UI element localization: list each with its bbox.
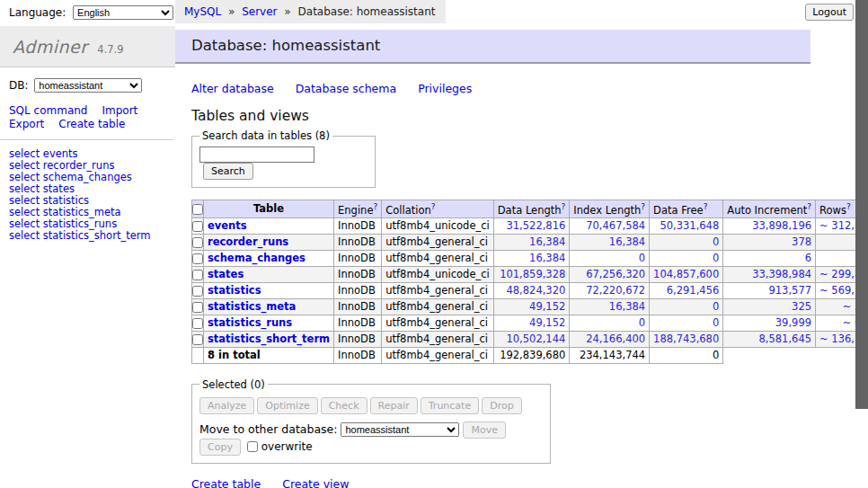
tables-heading: Tables and views xyxy=(191,108,810,124)
logout-button[interactable]: Logout xyxy=(805,4,854,21)
tables-grid: TableEngine?Collation?Data Length?Index … xyxy=(191,200,868,364)
overwrite-label: overwrite xyxy=(247,440,313,453)
alter-database-link[interactable]: Alter database xyxy=(191,82,274,95)
breadcrumb-link-mysql[interactable]: MySQL xyxy=(184,5,221,18)
sidebar-link-sql-command[interactable]: SQL command xyxy=(9,104,87,117)
table-link[interactable]: statistics_runs xyxy=(208,316,292,329)
create-links-row: Create tableCreate view xyxy=(191,477,810,488)
table-link[interactable]: statistics xyxy=(208,284,261,297)
truncate-button[interactable]: Truncate xyxy=(421,397,479,414)
data-free-value[interactable]: 0 xyxy=(713,316,719,329)
data-length-value[interactable]: 16,384 xyxy=(529,235,565,248)
check-button[interactable]: Check xyxy=(321,397,368,414)
data-free-value[interactable]: 104,857,600 xyxy=(653,268,719,280)
column-help-link[interactable]: ? xyxy=(704,202,708,211)
column-help-link[interactable]: ? xyxy=(562,202,566,211)
auto-increment-value[interactable]: 39,999 xyxy=(775,316,811,329)
row-checkbox[interactable] xyxy=(192,270,203,280)
auto-increment-cell: 325 xyxy=(723,298,816,315)
table-link[interactable]: recorder_runs xyxy=(208,235,288,248)
index-length-value[interactable]: 72,220,672 xyxy=(586,284,645,297)
row-checkbox[interactable] xyxy=(192,286,203,297)
table-name-cell: states xyxy=(204,266,334,282)
sidebar-link-export[interactable]: Export xyxy=(9,118,44,130)
auto-increment-value[interactable]: 913,577 xyxy=(768,284,811,297)
data-length-value[interactable]: 16,384 xyxy=(529,252,565,264)
row-checkbox[interactable] xyxy=(192,237,203,248)
search-button[interactable]: Search xyxy=(203,163,253,180)
index-length-value[interactable]: 0 xyxy=(639,316,645,329)
select-all-checkbox[interactable] xyxy=(192,204,203,215)
row-checkbox[interactable] xyxy=(192,318,203,329)
column-help-link[interactable]: ? xyxy=(431,202,436,211)
table-link[interactable]: schema_changes xyxy=(208,252,306,264)
drop-button[interactable]: Drop xyxy=(482,397,521,414)
index-length-value[interactable]: 16,384 xyxy=(609,300,645,313)
row-checkbox[interactable] xyxy=(192,253,203,264)
data-free-value[interactable]: 0 xyxy=(713,252,719,264)
adminer-page: Language: English Adminer 4.7.9 DB: home… xyxy=(0,0,868,488)
table-link[interactable]: statistics_meta xyxy=(208,300,296,313)
auto-increment-value[interactable]: 33,898,196 xyxy=(752,219,811,232)
auto-increment-value[interactable]: 33,398,984 xyxy=(752,268,811,280)
optimize-button[interactable]: Optimize xyxy=(257,397,317,414)
scrollbar-thumb[interactable] xyxy=(855,0,868,409)
data-free-value[interactable]: 50,331,648 xyxy=(660,219,719,232)
data-length-cell: 16,384 xyxy=(493,250,570,266)
repair-button[interactable]: Repair xyxy=(370,397,418,414)
analyze-button[interactable]: Analyze xyxy=(199,397,254,414)
breadcrumb-separator: » xyxy=(225,5,238,18)
column-help-link[interactable]: ? xyxy=(641,202,645,211)
create-view-link[interactable]: Create view xyxy=(282,477,349,488)
data-free-value[interactable]: 188,743,680 xyxy=(653,333,719,345)
privileges-link[interactable]: Privileges xyxy=(418,82,472,95)
auto-increment-value[interactable]: 378 xyxy=(792,235,811,248)
data-length-value[interactable]: 49,152 xyxy=(529,300,565,313)
page-title: Database: homeassistant xyxy=(175,30,810,64)
data-length-value[interactable]: 101,859,328 xyxy=(500,268,565,280)
search-legend: Search data in tables (8) xyxy=(199,129,332,142)
index-length-value[interactable]: 70,467,584 xyxy=(586,219,645,232)
data-length-value[interactable]: 31,522,816 xyxy=(506,219,565,232)
db-select[interactable]: homeassistant xyxy=(34,78,142,93)
move-button[interactable]: Move xyxy=(463,421,506,439)
language-select[interactable]: English xyxy=(73,5,173,20)
row-checkbox[interactable] xyxy=(192,302,203,313)
data-length-value[interactable]: 10,502,144 xyxy=(506,333,565,345)
auto-increment-value[interactable]: 8,581,645 xyxy=(759,333,812,345)
row-checkbox[interactable] xyxy=(192,334,203,345)
table-link[interactable]: statistics_short_term xyxy=(208,333,330,345)
index-length-value[interactable]: 16,384 xyxy=(609,235,645,248)
index-length-value[interactable]: 0 xyxy=(639,252,645,264)
data-free-value[interactable]: 6,291,456 xyxy=(667,284,720,297)
move-db-select[interactable]: homeassistant xyxy=(341,422,459,437)
create-table-link[interactable]: Create table xyxy=(191,477,261,488)
sidebar-select-link[interactable]: select statistics_short_term xyxy=(9,230,175,242)
column-header-engine: Engine? xyxy=(334,200,382,218)
column-header-label: Engine xyxy=(338,204,373,217)
column-help-link[interactable]: ? xyxy=(807,202,811,211)
breadcrumb-link-server[interactable]: Server xyxy=(242,5,277,18)
table-link[interactable]: states xyxy=(208,268,244,280)
row-checkbox[interactable] xyxy=(192,221,203,232)
column-help-link[interactable]: ? xyxy=(846,202,851,211)
data-length-value[interactable]: 49,152 xyxy=(529,316,565,329)
auto-increment-value[interactable]: 325 xyxy=(792,300,811,313)
sidebar-link-create-table[interactable]: Create table xyxy=(58,118,125,130)
copy-button[interactable]: Copy xyxy=(199,439,241,456)
data-free-value[interactable]: 0 xyxy=(713,235,719,248)
engine-cell: InnoDB xyxy=(334,331,382,347)
index-length-value[interactable]: 24,166,400 xyxy=(586,333,645,345)
data-free-value[interactable]: 0 xyxy=(713,300,719,313)
search-input[interactable] xyxy=(199,146,314,163)
auto-increment-value[interactable]: 6 xyxy=(805,252,811,264)
table-link[interactable]: events xyxy=(208,219,247,232)
data-length-value[interactable]: 48,824,320 xyxy=(506,284,565,297)
overwrite-checkbox[interactable] xyxy=(247,441,258,452)
database-schema-link[interactable]: Database schema xyxy=(296,82,396,95)
column-help-link[interactable]: ? xyxy=(373,202,377,211)
sidebar-action-row: ExportCreate table xyxy=(9,118,175,131)
sidebar-link-import[interactable]: Import xyxy=(102,104,137,117)
row-checkbox-cell xyxy=(192,250,204,266)
index-length-value[interactable]: 67,256,320 xyxy=(586,268,645,280)
